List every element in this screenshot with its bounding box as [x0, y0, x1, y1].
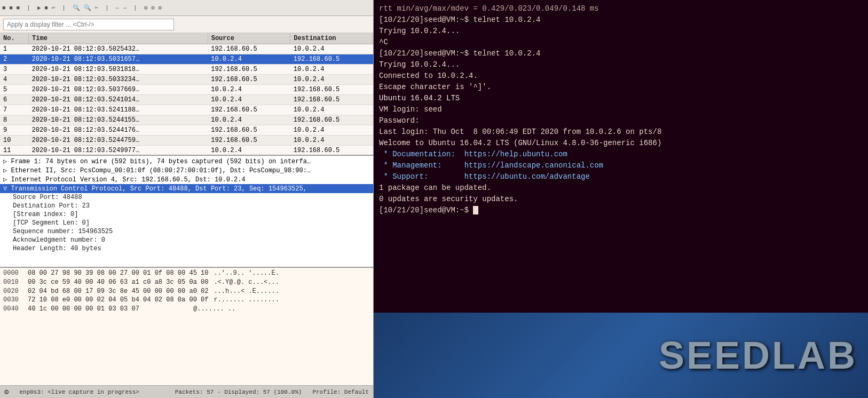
table-row[interactable]: 22020-10-21 08:12:03.5031657…10.0.2.4192… — [0, 54, 373, 65]
wireshark-panel: ■ ■ ■ | ▶ ■ ↩ | 🔍 🔍 ✂ | ← → | ⚙ ⚙ ⚙ No. … — [0, 0, 374, 398]
seedlab-logo: SEEDLAB — [374, 313, 868, 398]
detail-line: Sequence number: 154963525 — [0, 227, 373, 236]
terminal-line: [10/21/20]seed@VM:~$ — [379, 205, 863, 216]
packet-table: No. Time Source Destination 12020-10-21 … — [0, 33, 373, 156]
terminal-content: rtt min/avg/max/mdev = 0.429/0.023/0.049… — [374, 0, 868, 313]
hex-dump: 000008 00 27 98 90 39 08 00 27 00 01 0f … — [0, 268, 373, 385]
col-time: Time — [29, 33, 208, 44]
terminal-line: Escape character is '^]'. — [379, 82, 863, 93]
right-panel: rtt min/avg/max/mdev = 0.429/0.023/0.049… — [374, 0, 868, 398]
table-row[interactable]: 112020-10-21 08:12:03.5249977…10.0.2.419… — [0, 146, 373, 156]
hex-line: 002002 04 bd 68 00 17 09 3c 8e 45 00 00 … — [3, 287, 370, 296]
terminal-line: * Documentation: https://help.ubuntu.com — [379, 149, 863, 160]
hex-line: 004040 1c 00 00 00 00 01 03 03 07@......… — [3, 305, 370, 314]
terminal-panel[interactable]: rtt min/avg/max/mdev = 0.429/0.023/0.049… — [374, 0, 868, 313]
detail-line: Acknowledgment number: 0 — [0, 236, 373, 244]
col-destination: Destination — [290, 33, 373, 44]
terminal-line: ^C — [379, 37, 863, 48]
hex-line: 003072 10 08 e0 00 00 02 04 05 b4 04 02 … — [3, 296, 370, 305]
status-interface: enp0s3: <live capture in progress> — [19, 389, 139, 395]
status-icon: ⚙ — [4, 387, 9, 396]
terminal-line: * Support: https://ubuntu.com/advantage — [379, 171, 863, 182]
filter-bar[interactable] — [0, 16, 373, 33]
hex-line: 000008 00 27 98 90 39 08 00 27 00 01 0f … — [3, 269, 370, 278]
col-no: No. — [0, 33, 29, 44]
table-row[interactable]: 62020-10-21 08:12:03.5241014…10.0.2.4192… — [0, 95, 373, 105]
detail-line: Source Port: 48488 — [0, 193, 373, 202]
table-row[interactable]: 42020-10-21 08:12:03.5033234…192.168.60.… — [0, 75, 373, 85]
table-row[interactable]: 92020-10-21 08:12:03.5244176…192.168.60.… — [0, 125, 373, 136]
cursor — [473, 206, 478, 214]
hex-line: 001000 3c ce 59 40 00 40 06 63 a1 c0 a8 … — [3, 278, 370, 287]
toolbar: ■ ■ ■ | ▶ ■ ↩ | 🔍 🔍 ✂ | ← → | ⚙ ⚙ ⚙ — [0, 0, 373, 16]
packet-detail: ▷ Frame 1: 74 bytes on wire (592 bits), … — [0, 156, 373, 268]
detail-line: ▷ Internet Protocol Version 4, Src: 192.… — [0, 175, 373, 184]
seedlab-logo-text: SEEDLAB — [659, 333, 857, 377]
detail-line: ▷ Ethernet II, Src: PcsCompu_00:01:0f (0… — [0, 166, 373, 175]
detail-line: [TCP Segment Len: 0] — [0, 219, 373, 227]
detail-line: ▷ Frame 1: 74 bytes on wire (592 bits), … — [0, 157, 373, 166]
terminal-line: Welcome to Ubuntu 16.04.2 LTS (GNU/Linux… — [379, 138, 863, 149]
table-row[interactable]: 82020-10-21 08:12:03.5244155…10.0.2.4192… — [0, 115, 373, 125]
detail-line: [Stream index: 0] — [0, 210, 373, 219]
packet-tbody[interactable]: 12020-10-21 08:12:03.5025432…192.168.60.… — [0, 44, 373, 156]
terminal-line: 1 package can be updated. — [379, 182, 863, 194]
table-row[interactable]: 12020-10-21 08:12:03.5025432…192.168.60.… — [0, 44, 373, 54]
terminal-line: * Management: https://landscape.canonica… — [379, 160, 863, 171]
filter-input[interactable] — [3, 19, 174, 30]
detail-line: Header Length: 40 bytes — [0, 244, 373, 253]
terminal-line: Password: — [379, 115, 863, 126]
status-packets: Packets: 57 · Displayed: 57 (100.0%) — [175, 389, 302, 395]
terminal-line: [10/21/20]seed@VM:~$ telnet 10.0.2.4 — [379, 14, 863, 26]
table-row[interactable]: 32020-10-21 08:12:03.5031818…192.168.60.… — [0, 65, 373, 75]
toolbar-icons: ■ ■ ■ | ▶ ■ ↩ | 🔍 🔍 ✂ | ← → | ⚙ ⚙ ⚙ — [2, 4, 162, 11]
terminal-line: Trying 10.0.2.4... — [379, 26, 863, 37]
detail-line: Destination Port: 23 — [0, 202, 373, 210]
detail-line: ▽ Transmission Control Protocol, Src Por… — [0, 184, 373, 193]
packet-table-header: No. Time Source Destination — [0, 33, 373, 44]
table-row[interactable]: 102020-10-21 08:12:03.5244759…192.168.60… — [0, 136, 373, 146]
terminal-line: Connected to 10.0.2.4. — [379, 70, 863, 82]
status-profile: Profile: Default — [312, 389, 369, 395]
terminal-line: Trying 10.0.2.4... — [379, 59, 863, 70]
terminal-line: 0 updates are security updates. — [379, 194, 863, 205]
terminal-line: [10/21/20]seed@VM:~$ telnet 10.0.2.4 — [379, 48, 863, 59]
status-bar: ⚙ enp0s3: <live capture in progress> Pac… — [0, 385, 373, 398]
packet-list[interactable]: No. Time Source Destination 12020-10-21 … — [0, 33, 373, 156]
terminal-line: rtt min/avg/max/mdev = 0.429/0.023/0.049… — [379, 3, 863, 14]
col-source: Source — [208, 33, 290, 44]
terminal-line: Last login: Thu Oct 8 00:06:49 EDT 2020 … — [379, 126, 863, 138]
table-row[interactable]: 52020-10-21 08:12:03.5037669…10.0.2.4192… — [0, 85, 373, 95]
terminal-line: VM login: seed — [379, 104, 863, 115]
table-row[interactable]: 72020-10-21 08:12:03.5241188…192.168.60.… — [0, 105, 373, 115]
terminal-line: Ubuntu 16.04.2 LTS — [379, 93, 863, 104]
